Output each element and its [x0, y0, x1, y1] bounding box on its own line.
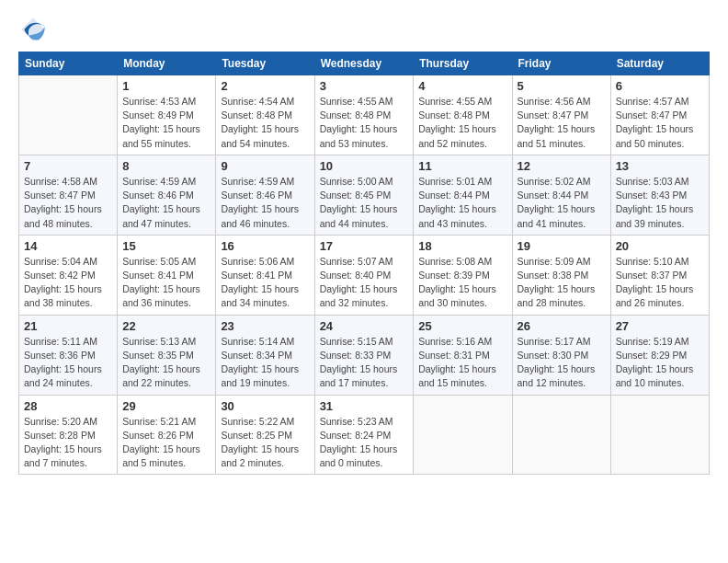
calendar-cell: 30Sunrise: 5:22 AM Sunset: 8:25 PM Dayli… — [216, 395, 314, 475]
day-number: 15 — [122, 239, 210, 253]
day-number: 9 — [221, 159, 309, 173]
day-number: 2 — [221, 79, 309, 93]
day-header-tuesday: Tuesday — [216, 52, 314, 75]
day-number: 1 — [122, 79, 210, 93]
day-info: Sunrise: 5:23 AM Sunset: 8:24 PM Dayligh… — [320, 415, 409, 471]
calendar-cell: 14Sunrise: 5:04 AM Sunset: 8:42 PM Dayli… — [19, 235, 118, 315]
calendar-cell — [414, 395, 512, 475]
logo — [18, 15, 53, 44]
day-number: 19 — [518, 239, 606, 253]
calendar-cell: 31Sunrise: 5:23 AM Sunset: 8:24 PM Dayli… — [314, 395, 414, 475]
calendar-cell: 23Sunrise: 5:14 AM Sunset: 8:34 PM Dayli… — [216, 315, 314, 395]
calendar-cell: 16Sunrise: 5:06 AM Sunset: 8:41 PM Dayli… — [216, 235, 314, 315]
day-number: 31 — [320, 399, 409, 413]
calendar-cell: 27Sunrise: 5:19 AM Sunset: 8:29 PM Dayli… — [610, 315, 709, 395]
day-info: Sunrise: 4:56 AM Sunset: 8:47 PM Dayligh… — [518, 95, 606, 151]
calendar-cell: 4Sunrise: 4:55 AM Sunset: 8:48 PM Daylig… — [414, 75, 512, 155]
day-info: Sunrise: 5:06 AM Sunset: 8:41 PM Dayligh… — [221, 255, 309, 311]
day-number: 29 — [122, 399, 210, 413]
day-info: Sunrise: 5:02 AM Sunset: 8:44 PM Dayligh… — [518, 175, 606, 231]
calendar-cell: 24Sunrise: 5:15 AM Sunset: 8:33 PM Dayli… — [314, 315, 414, 395]
calendar-cell: 10Sunrise: 5:00 AM Sunset: 8:45 PM Dayli… — [314, 155, 414, 235]
calendar-cell: 19Sunrise: 5:09 AM Sunset: 8:38 PM Dayli… — [512, 235, 610, 315]
day-header-thursday: Thursday — [414, 52, 512, 75]
calendar-cell: 26Sunrise: 5:17 AM Sunset: 8:30 PM Dayli… — [512, 315, 610, 395]
day-info: Sunrise: 4:53 AM Sunset: 8:49 PM Dayligh… — [122, 95, 210, 151]
day-number: 11 — [418, 159, 506, 173]
calendar-cell: 28Sunrise: 5:20 AM Sunset: 8:28 PM Dayli… — [19, 395, 118, 475]
calendar-cell — [512, 395, 610, 475]
day-header-monday: Monday — [118, 52, 216, 75]
day-info: Sunrise: 4:55 AM Sunset: 8:48 PM Dayligh… — [418, 95, 506, 151]
day-info: Sunrise: 4:54 AM Sunset: 8:48 PM Dayligh… — [221, 95, 309, 151]
calendar-cell: 5Sunrise: 4:56 AM Sunset: 8:47 PM Daylig… — [512, 75, 610, 155]
day-info: Sunrise: 5:16 AM Sunset: 8:31 PM Dayligh… — [418, 335, 506, 391]
calendar-cell: 15Sunrise: 5:05 AM Sunset: 8:41 PM Dayli… — [118, 235, 216, 315]
day-info: Sunrise: 5:05 AM Sunset: 8:41 PM Dayligh… — [122, 255, 210, 311]
day-info: Sunrise: 5:19 AM Sunset: 8:29 PM Dayligh… — [616, 335, 704, 391]
day-info: Sunrise: 5:01 AM Sunset: 8:44 PM Dayligh… — [418, 175, 506, 231]
day-info: Sunrise: 5:15 AM Sunset: 8:33 PM Dayligh… — [320, 335, 409, 391]
calendar-table: SundayMondayTuesdayWednesdayThursdayFrid… — [18, 52, 710, 475]
day-info: Sunrise: 4:59 AM Sunset: 8:46 PM Dayligh… — [221, 175, 309, 231]
day-info: Sunrise: 5:09 AM Sunset: 8:38 PM Dayligh… — [518, 255, 606, 311]
day-number: 26 — [518, 319, 606, 333]
day-number: 14 — [24, 239, 112, 253]
day-number: 18 — [418, 239, 506, 253]
day-info: Sunrise: 5:07 AM Sunset: 8:40 PM Dayligh… — [320, 255, 409, 311]
day-info: Sunrise: 5:13 AM Sunset: 8:35 PM Dayligh… — [122, 335, 210, 391]
calendar-cell: 7Sunrise: 4:58 AM Sunset: 8:47 PM Daylig… — [19, 155, 118, 235]
day-info: Sunrise: 5:04 AM Sunset: 8:42 PM Dayligh… — [24, 255, 112, 311]
day-header-saturday: Saturday — [610, 52, 709, 75]
calendar-cell: 8Sunrise: 4:59 AM Sunset: 8:46 PM Daylig… — [118, 155, 216, 235]
calendar-cell: 20Sunrise: 5:10 AM Sunset: 8:37 PM Dayli… — [610, 235, 709, 315]
day-info: Sunrise: 5:08 AM Sunset: 8:39 PM Dayligh… — [418, 255, 506, 311]
calendar-cell: 1Sunrise: 4:53 AM Sunset: 8:49 PM Daylig… — [118, 75, 216, 155]
calendar-cell: 9Sunrise: 4:59 AM Sunset: 8:46 PM Daylig… — [216, 155, 314, 235]
day-info: Sunrise: 5:14 AM Sunset: 8:34 PM Dayligh… — [221, 335, 309, 391]
day-number: 3 — [320, 79, 409, 93]
calendar-cell: 29Sunrise: 5:21 AM Sunset: 8:26 PM Dayli… — [118, 395, 216, 475]
day-number: 25 — [418, 319, 506, 333]
calendar-cell: 2Sunrise: 4:54 AM Sunset: 8:48 PM Daylig… — [216, 75, 314, 155]
calendar-cell: 13Sunrise: 5:03 AM Sunset: 8:43 PM Dayli… — [610, 155, 709, 235]
calendar-cell: 25Sunrise: 5:16 AM Sunset: 8:31 PM Dayli… — [414, 315, 512, 395]
day-number: 16 — [221, 239, 309, 253]
day-number: 24 — [320, 319, 409, 333]
calendar-cell: 12Sunrise: 5:02 AM Sunset: 8:44 PM Dayli… — [512, 155, 610, 235]
calendar-cell — [19, 75, 118, 155]
day-header-friday: Friday — [512, 52, 610, 75]
calendar-cell: 3Sunrise: 4:55 AM Sunset: 8:48 PM Daylig… — [314, 75, 414, 155]
day-info: Sunrise: 5:20 AM Sunset: 8:28 PM Dayligh… — [24, 415, 112, 471]
calendar-cell: 11Sunrise: 5:01 AM Sunset: 8:44 PM Dayli… — [414, 155, 512, 235]
day-number: 22 — [122, 319, 210, 333]
day-number: 4 — [418, 79, 506, 93]
day-info: Sunrise: 5:10 AM Sunset: 8:37 PM Dayligh… — [616, 255, 704, 311]
day-info: Sunrise: 5:00 AM Sunset: 8:45 PM Dayligh… — [320, 175, 409, 231]
day-header-sunday: Sunday — [19, 52, 118, 75]
day-number: 28 — [24, 399, 112, 413]
calendar-cell: 17Sunrise: 5:07 AM Sunset: 8:40 PM Dayli… — [314, 235, 414, 315]
day-info: Sunrise: 4:58 AM Sunset: 8:47 PM Dayligh… — [24, 175, 112, 231]
day-info: Sunrise: 4:57 AM Sunset: 8:47 PM Dayligh… — [616, 95, 704, 151]
day-number: 7 — [24, 159, 112, 173]
day-number: 10 — [320, 159, 409, 173]
day-info: Sunrise: 4:55 AM Sunset: 8:48 PM Dayligh… — [320, 95, 409, 151]
day-number: 30 — [221, 399, 309, 413]
day-info: Sunrise: 5:21 AM Sunset: 8:26 PM Dayligh… — [122, 415, 210, 471]
day-number: 6 — [616, 79, 704, 93]
day-number: 8 — [122, 159, 210, 173]
calendar-cell: 22Sunrise: 5:13 AM Sunset: 8:35 PM Dayli… — [118, 315, 216, 395]
day-info: Sunrise: 5:17 AM Sunset: 8:30 PM Dayligh… — [518, 335, 606, 391]
day-number: 23 — [221, 319, 309, 333]
day-number: 27 — [616, 319, 704, 333]
calendar-cell — [610, 395, 709, 475]
calendar-cell: 6Sunrise: 4:57 AM Sunset: 8:47 PM Daylig… — [610, 75, 709, 155]
calendar-cell: 21Sunrise: 5:11 AM Sunset: 8:36 PM Dayli… — [19, 315, 118, 395]
day-info: Sunrise: 5:11 AM Sunset: 8:36 PM Dayligh… — [24, 335, 112, 391]
day-info: Sunrise: 5:03 AM Sunset: 8:43 PM Dayligh… — [616, 175, 704, 231]
day-info: Sunrise: 5:22 AM Sunset: 8:25 PM Dayligh… — [221, 415, 309, 471]
day-number: 17 — [320, 239, 409, 253]
day-header-wednesday: Wednesday — [314, 52, 414, 75]
day-number: 5 — [518, 79, 606, 93]
